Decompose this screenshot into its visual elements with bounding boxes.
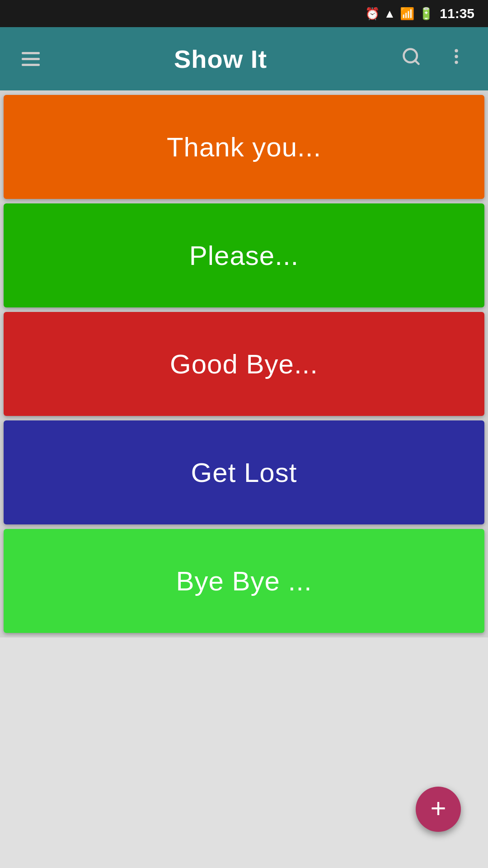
card-bye-bye-label: Bye Bye ...: [176, 566, 312, 597]
svg-point-3: [455, 55, 458, 58]
card-thank-you-label: Thank you...: [167, 132, 321, 163]
add-icon: +: [430, 795, 446, 822]
svg-point-2: [455, 49, 458, 52]
alarm-icon: ⏰: [365, 7, 380, 21]
more-button[interactable]: [443, 43, 470, 75]
svg-line-1: [415, 61, 419, 64]
card-thank-you[interactable]: Thank you...: [4, 95, 484, 199]
battery-icon: 🔋: [419, 7, 433, 21]
card-please-label: Please...: [189, 240, 299, 271]
app-bar: Show It: [0, 27, 488, 90]
card-bye-bye[interactable]: Bye Bye ...: [4, 529, 484, 633]
signal-icon: 📶: [400, 7, 414, 21]
search-button[interactable]: [398, 43, 425, 75]
status-icons: ⏰ ▲ 📶 🔋: [365, 7, 434, 21]
more-icon: [446, 47, 466, 71]
card-get-lost[interactable]: Get Lost: [4, 420, 484, 524]
card-good-bye[interactable]: Good Bye...: [4, 312, 484, 416]
svg-point-4: [455, 61, 458, 64]
add-button[interactable]: +: [416, 787, 461, 832]
hamburger-icon: [22, 52, 40, 66]
search-icon: [401, 47, 421, 71]
card-good-bye-label: Good Bye...: [170, 349, 318, 380]
status-time: 11:35: [440, 6, 474, 21]
app-bar-icons: [398, 43, 470, 75]
main-content: Thank you... Please... Good Bye... Get L…: [0, 90, 488, 637]
menu-button[interactable]: [18, 48, 43, 70]
card-get-lost-label: Get Lost: [191, 457, 297, 488]
app-title: Show It: [174, 44, 267, 74]
status-bar: ⏰ ▲ 📶 🔋 11:35: [0, 0, 488, 27]
card-please[interactable]: Please...: [4, 203, 484, 307]
wifi-icon: ▲: [384, 7, 396, 21]
